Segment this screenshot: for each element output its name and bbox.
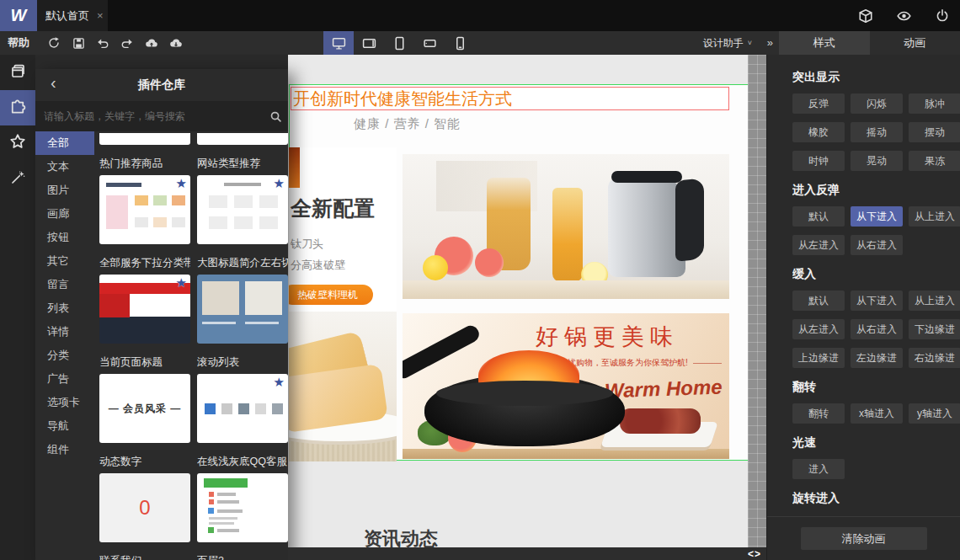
anim-button-从右进入[interactable]: 从右进入 (851, 235, 903, 255)
anim-button-从下进入[interactable]: 从下进入 (851, 291, 903, 311)
category-组件[interactable]: 组件 (35, 438, 94, 461)
plugin-item[interactable]: 全部服务下拉分类带...★ (99, 244, 190, 344)
category-图片[interactable]: 图片 (35, 179, 94, 202)
close-icon[interactable]: × (97, 9, 104, 22)
design-assistant-dropdown[interactable]: 设计助手 ˅ (703, 31, 752, 55)
tab-style[interactable]: 样式 (779, 31, 870, 55)
anim-button-橡胶[interactable]: 橡胶 (792, 122, 845, 142)
tab-animation[interactable]: 动画 (870, 31, 960, 55)
plugin-card-partial[interactable] (99, 133, 190, 145)
plugin-card-preview[interactable]: — 会员风采 — (99, 374, 190, 443)
preview-eye-icon[interactable] (896, 8, 912, 24)
device-phone-landscape-button[interactable] (414, 31, 445, 55)
sidebar-item-favorites[interactable] (0, 125, 35, 161)
plugin-label: 全部服务下拉分类带... (99, 256, 190, 269)
anim-button-右边缘进[interactable]: 右边缘进 (909, 348, 960, 368)
toast-image[interactable] (289, 312, 397, 461)
plugin-item[interactable]: 滚动列表★ (197, 344, 288, 443)
plugin-card-preview[interactable] (197, 473, 288, 542)
cloud-upload-icon[interactable] (144, 35, 159, 51)
category-其它[interactable]: 其它 (35, 249, 94, 273)
power-icon[interactable] (935, 8, 950, 24)
product-button[interactable]: 热破壁料理机 (289, 285, 373, 305)
anim-button-晃动[interactable]: 晃动 (851, 151, 903, 171)
cloud-download-icon[interactable] (168, 35, 184, 51)
device-tablet-portrait-button[interactable] (384, 31, 414, 55)
anim-button-从上进入[interactable]: 从上进入 (909, 206, 960, 227)
device-tablet-landscape-button[interactable] (354, 31, 384, 55)
clear-animation-button[interactable]: 清除动画 (801, 527, 927, 550)
kettle-banner-image[interactable] (403, 154, 729, 299)
sidebar-item-pages[interactable] (0, 55, 35, 90)
category-广告[interactable]: 广告 (35, 367, 94, 391)
anim-button-左边缘进[interactable]: 左边缘进 (851, 348, 903, 368)
plugin-item[interactable]: 联系我们 (99, 542, 190, 560)
anim-button-从上进入[interactable]: 从上进入 (909, 291, 960, 311)
selected-element-outline[interactable]: 开创新时代健康智能生活方式 (291, 87, 729, 110)
product-text-block[interactable]: 全新配置 钛刀头 分高速破壁 热破壁料理机 (289, 147, 397, 312)
anim-button-从左进入[interactable]: 从左进入 (792, 235, 845, 255)
anim-button-默认[interactable]: 默认 (792, 291, 845, 311)
category-选项卡[interactable]: 选项卡 (35, 391, 94, 414)
undo-icon[interactable] (95, 35, 110, 51)
sidebar-item-tools[interactable] (0, 161, 35, 196)
anim-button-进入[interactable]: 进入 (792, 459, 845, 479)
device-desktop-button[interactable] (323, 31, 354, 55)
anim-button-反弹[interactable]: 反弹 (792, 93, 845, 114)
plugin-item[interactable]: 大图标题简介左右切... (197, 244, 288, 344)
save-icon[interactable] (71, 35, 86, 51)
plugin-item[interactable]: 热门推荐商品★ (99, 145, 190, 244)
anim-button-果冻[interactable]: 果冻 (909, 151, 960, 171)
anim-button-摆动[interactable]: 摆动 (909, 122, 960, 142)
plugin-item[interactable]: 动态数字0 (99, 443, 190, 542)
anim-button-翻转[interactable]: 翻转 (792, 403, 845, 424)
page-tab[interactable]: 默认首页 × (37, 0, 108, 31)
search-input[interactable] (35, 110, 263, 122)
category-文本[interactable]: 文本 (35, 155, 94, 179)
anim-button-从下进入[interactable]: 从下进入 (851, 206, 903, 227)
anim-button-默认[interactable]: 默认 (792, 206, 845, 227)
anim-button-从右进入[interactable]: 从右进入 (851, 319, 903, 339)
plugin-item[interactable]: 在线浅灰底QQ客服 (197, 443, 288, 542)
wok-banner-image[interactable]: 好锅更美味 无忧购物，至诚服务为你保驾护航! Warm Home (403, 313, 729, 459)
category-画廊[interactable]: 画廊 (35, 202, 94, 226)
anim-button-上边缘进[interactable]: 上边缘进 (792, 348, 845, 368)
plugin-item[interactable]: 页眉2 (197, 542, 288, 560)
collapse-panel-button[interactable]: » (767, 31, 773, 55)
category-分类[interactable]: 分类 (35, 344, 94, 367)
category-详情[interactable]: 详情 (35, 320, 94, 344)
sidebar-item-plugins[interactable] (0, 90, 35, 125)
code-view-icon[interactable]: <> (748, 548, 761, 560)
category-全部[interactable]: 全部 (35, 131, 94, 155)
plugin-card-preview[interactable]: ★ (197, 374, 288, 443)
anim-button-y轴进入[interactable]: y轴进入 (909, 403, 960, 424)
anim-button-时钟[interactable]: 时钟 (792, 151, 845, 171)
components-cube-icon[interactable] (858, 8, 873, 24)
category-列表[interactable]: 列表 (35, 296, 94, 320)
refresh-icon[interactable] (46, 35, 61, 51)
plugin-card-partial[interactable] (197, 133, 288, 145)
design-canvas[interactable]: 开创新时代健康智能生活方式 健康 / 营养 / 智能 全新配置 钛刀头 分高速破… (288, 55, 766, 547)
category-导航[interactable]: 导航 (35, 414, 94, 438)
anim-button-从左进入[interactable]: 从左进入 (792, 319, 845, 339)
anim-button-摇动[interactable]: 摇动 (851, 122, 903, 142)
category-留言[interactable]: 留言 (35, 273, 94, 296)
redo-icon[interactable] (120, 35, 135, 51)
anim-button-脉冲[interactable]: 脉冲 (909, 93, 960, 114)
plugin-card-preview[interactable] (197, 275, 288, 344)
plugin-card-preview[interactable]: ★ (197, 175, 288, 244)
anim-button-闪烁[interactable]: 闪烁 (851, 93, 903, 114)
plugin-item[interactable]: 网站类型推荐★ (197, 145, 288, 244)
back-chevron-icon[interactable]: ‹ (51, 73, 56, 93)
canvas-scrollbar[interactable] (748, 55, 766, 547)
anim-button-下边缘进[interactable]: 下边缘进 (909, 319, 960, 339)
plugin-card-preview[interactable]: ★ (99, 175, 190, 244)
category-按钮[interactable]: 按钮 (35, 226, 94, 249)
plugin-item[interactable]: 当前页面标题— 会员风采 — (99, 344, 190, 443)
anim-button-x轴进入[interactable]: x轴进入 (851, 403, 903, 424)
plugin-card-preview[interactable]: ★ (99, 275, 190, 344)
help-button[interactable]: 帮助 (8, 31, 29, 55)
plugin-card-preview[interactable]: 0 (99, 473, 190, 542)
search-icon[interactable] (263, 110, 288, 123)
device-phone-portrait-button[interactable] (445, 31, 475, 55)
